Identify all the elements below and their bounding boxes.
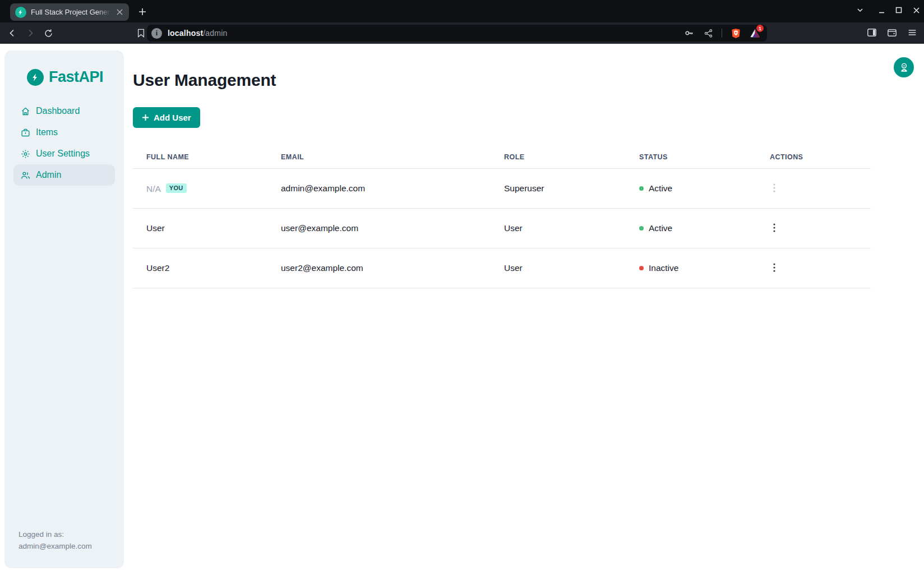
table-row: User user@example.com User Active bbox=[133, 209, 871, 249]
address-bar[interactable]: i localhost/admin 1 bbox=[147, 25, 767, 42]
site-info-icon[interactable]: i bbox=[151, 28, 162, 39]
col-status: Status bbox=[626, 144, 756, 169]
status-badge: Active bbox=[639, 183, 756, 194]
logo: FastAPI bbox=[27, 68, 115, 86]
new-tab-button[interactable] bbox=[136, 6, 149, 18]
status-badge: Active bbox=[639, 223, 756, 233]
cell-email: user@example.com bbox=[267, 209, 491, 249]
cell-role: User bbox=[491, 209, 626, 249]
sidebar-item-label: Admin bbox=[36, 170, 61, 180]
row-actions-menu-button bbox=[770, 182, 779, 194]
main-content: User Management Add User Full Name Email… bbox=[124, 44, 924, 288]
table-row: User2 user2@example.com User Inactive bbox=[133, 249, 871, 288]
browser-tab-bar: Full Stack Project Genera bbox=[0, 0, 924, 22]
cell-email: user2@example.com bbox=[267, 249, 491, 288]
page-title: User Management bbox=[133, 71, 924, 90]
bookmark-icon[interactable] bbox=[135, 27, 147, 39]
close-icon[interactable] bbox=[912, 6, 921, 15]
toolbar-right-icons bbox=[866, 27, 917, 38]
gear-icon bbox=[20, 149, 30, 159]
back-icon[interactable] bbox=[6, 27, 19, 39]
table-header-row: Full Name Email Role Status Actions bbox=[133, 144, 871, 169]
logged-in-email: admin@example.com bbox=[19, 541, 92, 553]
fastapi-logo-icon bbox=[27, 69, 44, 86]
minimize-icon[interactable] bbox=[877, 6, 886, 15]
brave-rewards-icon[interactable]: 1 bbox=[749, 27, 760, 39]
logged-in-info: Logged in as: admin@example.com bbox=[19, 529, 92, 553]
table-row: N/AYOU admin@example.com Superuser Activ… bbox=[133, 169, 871, 209]
maximize-icon[interactable] bbox=[894, 6, 903, 15]
sidebar-item-items[interactable]: Items bbox=[13, 122, 115, 143]
cell-role: Superuser bbox=[491, 169, 626, 209]
url-path: /admin bbox=[203, 29, 227, 38]
row-actions-menu-button[interactable] bbox=[770, 262, 779, 273]
cell-full-name: User2 bbox=[133, 249, 267, 288]
sidebar-nav: Dashboard Items User Settings Admin bbox=[13, 100, 115, 186]
rewards-badge: 1 bbox=[756, 25, 764, 32]
forward-icon[interactable] bbox=[24, 27, 36, 39]
url-text[interactable]: localhost/admin bbox=[168, 29, 228, 38]
browser-toolbar: i localhost/admin 1 bbox=[0, 22, 924, 44]
cell-full-name: User bbox=[133, 209, 267, 249]
logo-text: FastAPI bbox=[49, 68, 103, 86]
sidebar-item-dashboard[interactable]: Dashboard bbox=[13, 100, 115, 122]
user-astronaut-icon bbox=[899, 62, 909, 73]
tab-title: Full Stack Project Genera bbox=[31, 8, 112, 16]
url-host: localhost bbox=[168, 29, 203, 38]
sidebar-item-label: Items bbox=[36, 127, 58, 137]
chevron-down-icon[interactable] bbox=[856, 6, 865, 15]
col-role: Role bbox=[491, 144, 626, 169]
row-actions-menu-button[interactable] bbox=[770, 222, 779, 233]
sidebar-item-label: Dashboard bbox=[36, 106, 80, 116]
status-badge: Inactive bbox=[639, 263, 756, 273]
users-icon bbox=[20, 170, 30, 180]
tab-close-icon[interactable] bbox=[114, 7, 124, 17]
divider bbox=[722, 29, 722, 38]
add-user-button[interactable]: Add User bbox=[133, 107, 200, 128]
browser-tab[interactable]: Full Stack Project Genera bbox=[10, 3, 129, 21]
user-menu-button[interactable] bbox=[894, 57, 914, 77]
status-dot-icon bbox=[639, 226, 644, 231]
sidebar: FastAPI Dashboard Items User Settings bbox=[4, 50, 124, 568]
key-icon[interactable] bbox=[683, 27, 695, 39]
share-icon[interactable] bbox=[703, 27, 714, 39]
fastapi-favicon-icon bbox=[15, 7, 26, 18]
sidebar-item-user-settings[interactable]: User Settings bbox=[13, 143, 115, 164]
window-controls bbox=[856, 6, 921, 15]
plus-icon bbox=[142, 114, 149, 121]
reload-icon[interactable] bbox=[42, 27, 54, 39]
cell-full-name: N/A bbox=[146, 183, 161, 193]
col-full-name: Full Name bbox=[133, 144, 267, 169]
status-dot-icon bbox=[639, 266, 644, 270]
briefcase-icon bbox=[20, 127, 30, 137]
cell-email: admin@example.com bbox=[267, 169, 491, 209]
col-actions: Actions bbox=[756, 144, 871, 169]
logged-in-label: Logged in as: bbox=[19, 529, 92, 541]
status-dot-icon bbox=[639, 186, 644, 191]
home-icon bbox=[20, 106, 30, 116]
page: FastAPI Dashboard Items User Settings bbox=[0, 44, 924, 575]
sidebar-panel-icon[interactable] bbox=[866, 27, 877, 38]
users-table: Full Name Email Role Status Actions N/AY… bbox=[133, 144, 871, 288]
you-badge: YOU bbox=[166, 183, 187, 193]
sidebar-item-admin[interactable]: Admin bbox=[13, 164, 115, 186]
cell-role: User bbox=[491, 249, 626, 288]
wallet-icon[interactable] bbox=[886, 27, 897, 38]
sidebar-item-label: User Settings bbox=[36, 149, 90, 159]
menu-icon[interactable] bbox=[907, 27, 917, 38]
col-email: Email bbox=[267, 144, 491, 169]
brave-shield-icon[interactable] bbox=[730, 27, 741, 39]
